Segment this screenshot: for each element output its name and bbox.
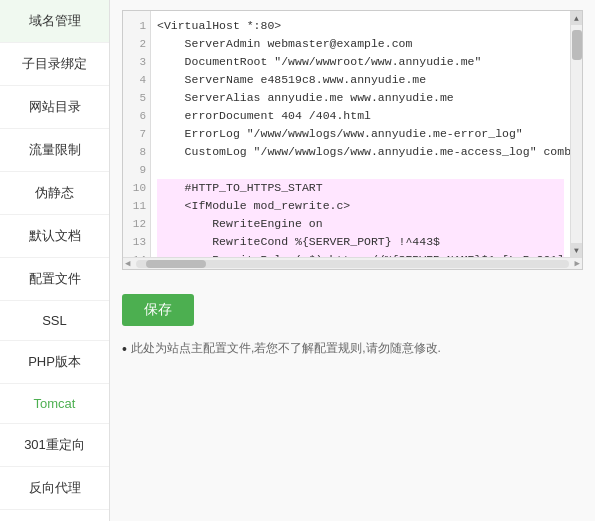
sidebar-item-traffic-limit[interactable]: 流量限制	[0, 129, 109, 172]
sidebar-item-php-version[interactable]: PHP版本	[0, 341, 109, 384]
scroll-right-arrow[interactable]: ▶	[573, 258, 582, 269]
sidebar-item-reverse-proxy[interactable]: 反向代理	[0, 467, 109, 510]
sidebar-item-redirect-301[interactable]: 301重定向	[0, 424, 109, 467]
code-line-2: ServerAdmin webmaster@example.com	[157, 35, 564, 53]
code-line-12: RewriteEngine on	[157, 215, 564, 233]
code-line-4: ServerName e48519c8.www.annyudie.me	[157, 71, 564, 89]
scroll-up-arrow[interactable]: ▲	[571, 11, 583, 25]
sidebar: 域名管理子目录绑定网站目录流量限制伪静态默认文档配置文件SSLPHP版本Tomc…	[0, 0, 110, 521]
code-editor[interactable]: 1234567891011121314151617 <VirtualHost *…	[122, 10, 583, 270]
scrollbar-vertical[interactable]: ▲ ▼	[570, 11, 582, 257]
code-line-7: ErrorLog "/www/wwwlogs/www.annyudie.me-e…	[157, 125, 564, 143]
sidebar-item-website-dir[interactable]: 网站目录	[0, 86, 109, 129]
scroll-track-h	[136, 260, 568, 268]
code-line-1: <VirtualHost *:80>	[157, 17, 564, 35]
code-lines[interactable]: <VirtualHost *:80> ServerAdmin webmaster…	[151, 11, 570, 257]
save-button[interactable]: 保存	[122, 294, 194, 326]
line-numbers: 1234567891011121314151617	[123, 11, 151, 257]
code-line-5: ServerAlias annyudie.me www.annyudie.me	[157, 89, 564, 107]
code-line-3: DocumentRoot "/www/wwwroot/www.annyudie.…	[157, 53, 564, 71]
sidebar-item-ssl[interactable]: SSL	[0, 301, 109, 341]
scroll-thumb-h[interactable]	[146, 260, 206, 268]
bullet-icon: •	[122, 340, 127, 360]
main-content: 1234567891011121314151617 <VirtualHost *…	[110, 0, 595, 521]
scrollbar-horizontal[interactable]: ◀ ▶	[123, 257, 582, 269]
sidebar-item-fake-static[interactable]: 伪静态	[0, 172, 109, 215]
sidebar-item-tomcat[interactable]: Tomcat	[0, 384, 109, 424]
scroll-track	[571, 25, 583, 243]
code-line-8: CustomLog "/www/wwwlogs/www.annyudie.me-…	[157, 143, 564, 161]
code-line-11: <IfModule mod_rewrite.c>	[157, 197, 564, 215]
sidebar-item-default-doc[interactable]: 默认文档	[0, 215, 109, 258]
scroll-down-arrow[interactable]: ▼	[571, 243, 583, 257]
scroll-thumb[interactable]	[572, 30, 582, 60]
code-line-9	[157, 161, 564, 179]
sidebar-item-domain-mgmt[interactable]: 域名管理	[0, 0, 109, 43]
code-line-13: RewriteCond %{SERVER_PORT} !^443$	[157, 233, 564, 251]
notice: • 此处为站点主配置文件,若您不了解配置规则,请勿随意修改.	[122, 340, 583, 360]
sidebar-item-subdir-bind[interactable]: 子目录绑定	[0, 43, 109, 86]
code-line-10: #HTTP_TO_HTTPS_START	[157, 179, 564, 197]
code-line-6: errorDocument 404 /404.html	[157, 107, 564, 125]
notice-text: 此处为站点主配置文件,若您不了解配置规则,请勿随意修改.	[131, 340, 441, 357]
sidebar-item-config-file[interactable]: 配置文件	[0, 258, 109, 301]
sidebar-item-risk-scan[interactable]: 风险扫描	[0, 510, 109, 521]
scroll-left-arrow[interactable]: ◀	[123, 258, 132, 269]
